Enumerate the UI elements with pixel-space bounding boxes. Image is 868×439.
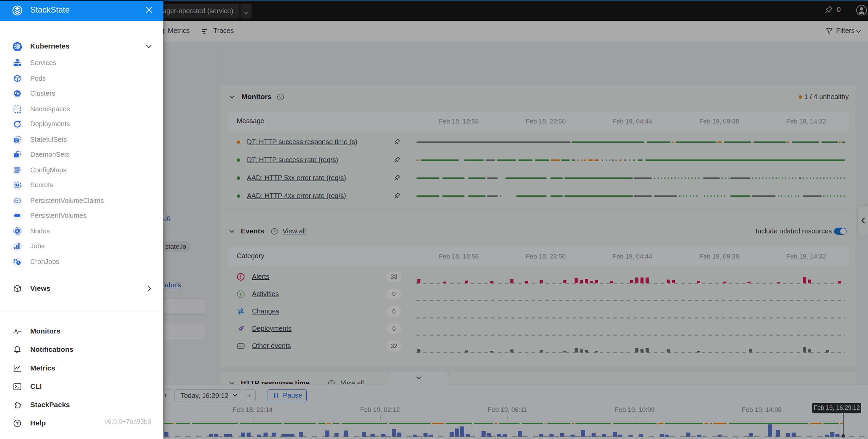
svg-text:?: ? <box>16 421 19 426</box>
